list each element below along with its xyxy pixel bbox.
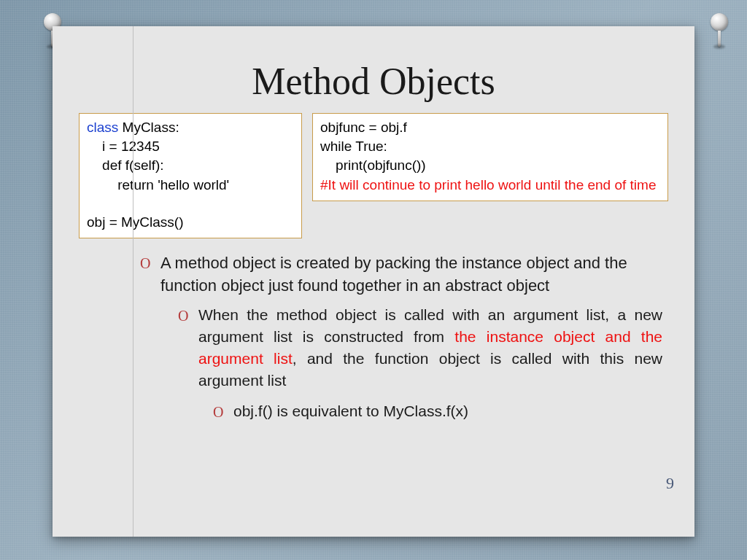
code-box-right: objfunc = obj.f while True: print(objfun… (312, 113, 668, 201)
slide-card: Method Objects class MyClass: i = 12345 … (53, 26, 694, 537)
code-line: while True: (320, 137, 660, 156)
page-number: 9 (666, 474, 674, 493)
bullet-level3: obj.f() is equivalent to MyClass.f(x) (213, 400, 662, 421)
code-line (87, 195, 294, 213)
slide-title: Method Objects (53, 26, 694, 113)
bullet-level2: When the method object is called with an… (178, 304, 668, 421)
code-line: return 'hello world' (87, 176, 294, 195)
code-row: class MyClass: i = 12345 def f(self): re… (53, 113, 694, 238)
code-line: i = 12345 (87, 137, 294, 156)
keyword: class (87, 120, 118, 135)
code-line: def f(self): (87, 156, 294, 175)
code-line: class MyClass: (87, 118, 294, 137)
margin-guideline (133, 26, 133, 537)
bullet-level1: A method object is created by packing th… (140, 252, 668, 421)
code-line: obj = MyClass() (87, 213, 294, 232)
bullet-text: obj.f() is equivalent to MyClass.f(x) (233, 402, 468, 419)
bullet-text: A method object is created by packing th… (160, 254, 627, 295)
slide-body: A method object is created by packing th… (53, 238, 694, 421)
code-line: objfunc = obj.f (320, 118, 660, 137)
pushpin-right (709, 13, 729, 48)
code-line: print(objfunc()) (320, 156, 660, 175)
code-box-left: class MyClass: i = 12345 def f(self): re… (79, 113, 302, 238)
code-comment: #It will continue to print hello world u… (320, 176, 660, 195)
